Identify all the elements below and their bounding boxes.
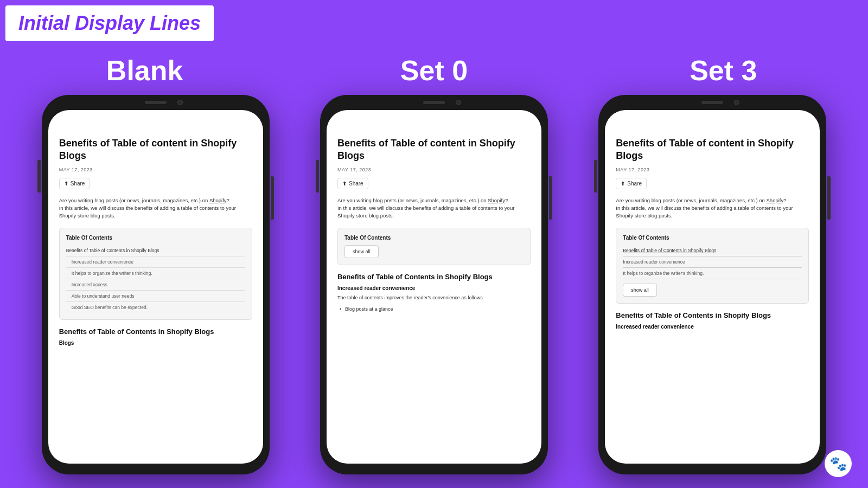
- section-subtitle-blank: Blogs: [59, 340, 252, 346]
- bullet-item-set0: Blog posts at a glance: [337, 306, 531, 313]
- shopify-link-set3[interactable]: Shopify: [767, 197, 784, 203]
- screen-content-set3: Benefits of Table of content in Shopify …: [605, 110, 820, 464]
- article-body-set0: Are you writing blog posts (or news, jou…: [337, 197, 531, 220]
- share-button-set3[interactable]: ⬆ Share: [616, 178, 647, 189]
- section-subtitle-set3: Increased reader convenience: [616, 324, 809, 330]
- toc-title-blank: Table Of Contents: [66, 235, 245, 241]
- toc-title-set3: Table Of Contents: [623, 235, 802, 241]
- phone-notch-set3: [674, 95, 750, 110]
- col-label-blank: Blank: [0, 54, 289, 87]
- toc-item-0: Benefits of Table of Contents in Shopify…: [66, 245, 245, 256]
- screen-content-blank: Benefits of Table of content in Shopify …: [48, 110, 263, 464]
- toc-item-4: Able to understand user needs: [66, 291, 245, 302]
- share-icon-blank: ⬆: [64, 181, 68, 187]
- toc-item-5: Good SEO benefits can be expected.: [66, 302, 245, 313]
- section-body-set0: The table of contents improves the reade…: [337, 294, 531, 302]
- column-labels: Blank Set 0 Set 3: [0, 54, 868, 87]
- share-label-blank: Share: [71, 181, 85, 187]
- phone-notch-blank: [118, 95, 194, 110]
- col-label-set3: Set 3: [579, 54, 868, 87]
- share-button-blank[interactable]: ⬆ Share: [59, 178, 90, 189]
- toc-item-3: Increased access: [66, 279, 245, 291]
- toc-box-blank: Table Of Contents Benefits of Table of C…: [59, 228, 252, 320]
- title-box: Initial Display Lines: [5, 5, 214, 41]
- share-label-set0: Share: [349, 181, 363, 187]
- notch-speaker-set0: [423, 101, 445, 104]
- toc-item-2: It helps to organize the writer's thinki…: [66, 268, 245, 279]
- notch-speaker-set3: [701, 101, 723, 104]
- toc-item-set3-1: Increased reader convenience: [623, 256, 802, 268]
- show-all-button-set0[interactable]: show all: [344, 245, 379, 258]
- page-title: Initial Display Lines: [18, 12, 201, 35]
- notch-camera-set3: [734, 100, 739, 105]
- share-icon-set3: ⬆: [621, 181, 625, 187]
- toc-title-set0: Table Of Contents: [344, 235, 524, 241]
- article-title-blank: Benefits of Table of content in Shopify …: [59, 137, 252, 163]
- article-date-set0: MAY 17, 2023: [337, 167, 531, 172]
- share-button-set0[interactable]: ⬆ Share: [337, 178, 368, 189]
- share-label-set3: Share: [627, 181, 642, 187]
- section-title-set3: Benefits of Table of Contents in Shopify…: [616, 311, 809, 319]
- toc-item-1: Increased reader convenience: [66, 256, 245, 268]
- phones-container: Benefits of Table of content in Shopify …: [0, 95, 868, 474]
- phone-screen-blank: Benefits of Table of content in Shopify …: [48, 110, 263, 464]
- toc-box-set3: Table Of Contents Benefits of Table of C…: [616, 228, 809, 304]
- phone-set0: Benefits of Table of content in Shopify …: [320, 95, 548, 474]
- notch-camera: [177, 100, 183, 105]
- phone-notch-set0: [396, 95, 472, 110]
- article-title-set3: Benefits of Table of content in Shopify …: [616, 137, 809, 163]
- notch-camera-set0: [456, 100, 461, 105]
- section-title-set0: Benefits of Table of Contents in Shopify…: [337, 273, 531, 281]
- article-date-blank: MAY 17, 2023: [59, 167, 252, 172]
- share-icon-set0: ⬆: [342, 181, 347, 187]
- section-subtitle-set0: Increased reader convenience: [337, 285, 531, 291]
- ghost-icon: 🐾: [825, 450, 852, 477]
- article-title-set0: Benefits of Table of content in Shopify …: [337, 137, 531, 163]
- toc-item-set3-0: Benefits of Table of Contents in Shopify…: [623, 245, 802, 256]
- col-label-set0: Set 0: [289, 54, 578, 87]
- phone-blank: Benefits of Table of content in Shopify …: [42, 95, 270, 474]
- show-all-button-set3[interactable]: show all: [623, 284, 657, 297]
- toc-item-set3-2: It helps to organize the writer's thinki…: [623, 268, 802, 279]
- article-body-blank: Are you writing blog posts (or news, jou…: [59, 197, 252, 220]
- screen-content-set0: Benefits of Table of content in Shopify …: [327, 110, 541, 464]
- shopify-link-set0[interactable]: Shopify: [488, 197, 505, 203]
- shopify-link-blank[interactable]: Shopify: [209, 197, 227, 203]
- phone-screen-set3: Benefits of Table of content in Shopify …: [605, 110, 820, 464]
- phone-set3: Benefits of Table of content in Shopify …: [598, 95, 826, 474]
- article-date-set3: MAY 17, 2023: [616, 167, 809, 172]
- article-body-set3: Are you writing blog posts (or news, jou…: [616, 197, 809, 220]
- notch-speaker: [145, 101, 167, 104]
- toc-box-set0: Table Of Contents show all: [337, 228, 531, 265]
- phone-screen-set0: Benefits of Table of content in Shopify …: [327, 110, 541, 464]
- section-title-blank: Benefits of Table of Contents in Shopify…: [59, 328, 252, 336]
